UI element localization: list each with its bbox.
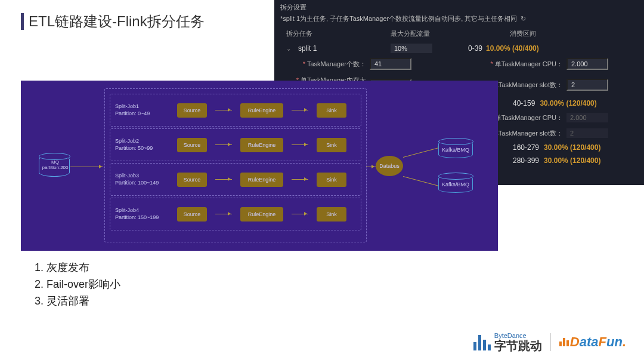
tm-slot2-value: 2 [566,128,608,138]
bullet-item: 灰度发布 [47,260,120,275]
tm-cpu-input[interactable] [566,58,608,70]
arrow-databus-kafka2 [403,176,442,187]
range-cell: 0-39 10.00% (40/400) [468,44,632,53]
job-row: Split-Job2Partition: 50~99 Source RuleEn… [110,128,361,161]
col-task: 拆分任务 [286,29,391,38]
tm-slot-input[interactable] [566,79,608,91]
kafka-cylinder-2: Kafka/BMQ [438,175,473,193]
rule-engine-node: RuleEngine [240,103,283,118]
job-meta: Split-Job1Partition: 0~49 [115,103,169,117]
logo-separator [550,333,551,351]
panel-description: *split 1为主任务, 子任务TaskManager个数按流量比例自动同步,… [274,13,644,27]
column-headers: 拆分任务 最大分配流量 消费区间 [274,27,644,42]
jobs-container: Split-Job1Partition: 0~49 Source RuleEng… [104,88,367,242]
tm-count-input[interactable] [370,58,411,70]
flink-split-diagram: MQpartition:200 Split-Job1Partition: 0~4… [21,81,498,251]
arrow-databus-kafka1 [403,146,442,158]
tm-count-field: *TaskManager个数： [274,56,459,72]
panel-desc-text: *split 1为主任务, 子任务TaskManager个数按流量比例自动同步,… [280,14,517,23]
sink-node: Sink [317,103,346,118]
split1-row[interactable]: ⌄ split 1 0-39 10.00% (40/400) [274,42,644,55]
job-row: Split-Job1Partition: 0~49 Source RuleEng… [110,94,361,127]
col-flow: 最大分配流量 [391,29,510,38]
arrow-mq-jobs [70,167,103,167]
arrow-icon [292,110,308,110]
range-num: 0-39 [468,44,482,53]
footer-logos: ByteDance 字节跳动 DataFun. [473,332,626,352]
source-node: Source [177,103,207,118]
tm-cpu-field: *单TaskManager CPU： [459,56,644,72]
job-row: Split-Job3Partition: 100~149 Source Rule… [110,163,361,196]
mq-cylinder: MQpartition:200 [39,155,72,179]
tm-cpu2-value: 2.000 [566,113,608,122]
job-row: Split-Job4Partition: 150~199 Source Rule… [110,198,361,230]
arrow-jobs-databus [366,167,376,167]
databus-node: Databus [376,156,403,176]
bullet-item: Fail-over影响小 [47,277,120,291]
col-range: 消费区间 [510,29,632,38]
kafka-cylinder-1: Kafka/BMQ [438,140,473,158]
title-accent-bar [21,13,24,30]
chevron-down-icon[interactable]: ⌄ [286,45,298,52]
slide-title: ETL链路建设-Flink拆分任务 [21,12,205,31]
field-row-1: *TaskManager个数： *单TaskManager CPU： [274,55,644,73]
arrow-icon [215,110,232,110]
title-text: ETL链路建设-Flink拆分任务 [29,12,205,31]
bytedance-bars-icon [473,334,491,350]
bullet-list: 灰度发布 Fail-over影响小 灵活部署 [30,258,120,310]
bytedance-logo: ByteDance 字节跳动 [473,332,542,352]
panel-header: 拆分设置 [274,0,644,13]
refresh-icon[interactable]: ↻ [521,15,526,23]
datafun-bars-icon [559,336,569,346]
split-name: split 1 [298,44,391,53]
flow-input[interactable] [391,44,432,53]
datafun-logo: DataFun. [559,334,626,350]
bullet-item: 灵活部署 [47,294,120,308]
range-pct: 10.00% (40/400) [486,44,539,53]
